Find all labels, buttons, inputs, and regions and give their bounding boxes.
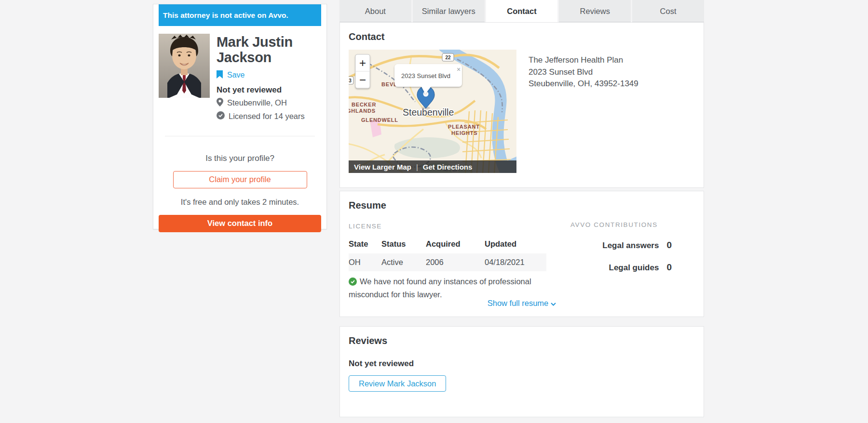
inactive-banner-text: This attorney is not active on Avvo. <box>163 11 288 20</box>
tab-contact[interactable]: Contact <box>486 0 558 22</box>
office-address: The Jefferson Health Plan 2023 Sunset Bl… <box>529 54 638 90</box>
bookmark-icon <box>217 70 223 80</box>
map-label-glendwell: GLENDWELL <box>361 117 398 123</box>
view-contact-info-button[interactable]: View contact info <box>159 215 321 232</box>
legal-answers-row: Legal answers 0 <box>570 240 682 251</box>
license-status: Active <box>381 253 426 271</box>
map-canvas: 22 3 BEVERLY HILLS BECKER GHLANDS GLENDW… <box>349 50 516 173</box>
avvo-contributions: AVVO CONTRIBUTIONS Legal answers 0 Legal… <box>570 221 682 273</box>
view-larger-map-link[interactable]: View Larger Map <box>354 163 411 171</box>
profile-summary: Mark Justin Jackson Save Not yet reviewe… <box>153 26 326 121</box>
show-full-resume-link[interactable]: Show full resume <box>340 299 704 308</box>
licensed-text: Licensed for 14 years <box>229 112 305 121</box>
map-footer-separator: | <box>416 163 418 171</box>
card-divider <box>165 136 315 136</box>
map-label-becker: BECKER <box>352 102 376 107</box>
reviews-section: Reviews Not yet reviewed Review Mark Jac… <box>339 326 704 417</box>
licensed-row: Licensed for 14 years <box>217 111 315 121</box>
svg-text:22: 22 <box>445 55 451 60</box>
legal-guides-label: Legal guides <box>609 263 659 273</box>
claim-note: It's free and only takes 2 minutes. <box>153 198 326 207</box>
review-attorney-button[interactable]: Review Mark Jackson <box>349 375 446 392</box>
map-footer: View Larger Map | Get Directions <box>349 160 516 173</box>
profile-tabs: About Similar lawyers Contact Reviews Co… <box>339 0 704 22</box>
attorney-name: Mark Justin Jackson <box>217 35 315 66</box>
license-table: State Status Acquired Updated OH Active … <box>349 236 546 271</box>
map-label-pleasant: PLEASANT <box>448 124 480 130</box>
map-label-ghlands: GHLANDS <box>349 108 376 114</box>
map[interactable]: 22 3 BEVERLY HILLS BECKER GHLANDS GLENDW… <box>349 50 516 173</box>
attorney-summary-info: Mark Justin Jackson Save Not yet reviewe… <box>217 34 315 121</box>
license-row: OH Active 2006 04/18/2021 <box>349 253 546 271</box>
license-acquired: 2006 <box>426 253 485 271</box>
get-directions-link[interactable]: Get Directions <box>423 163 473 171</box>
legal-answers-label: Legal answers <box>602 241 659 251</box>
route-shield-3: 3 <box>349 77 353 84</box>
misconduct-text: We have not found any instances of profe… <box>349 277 531 299</box>
location-row: Steubenville, OH <box>217 98 315 108</box>
reviews-status: Not yet reviewed <box>349 359 704 369</box>
location-pin-icon <box>217 98 223 108</box>
inactive-banner: This attorney is not active on Avvo. <box>159 4 321 26</box>
license-col-updated: Updated <box>485 236 546 253</box>
main-column: About Similar lawyers Contact Reviews Co… <box>339 0 704 417</box>
claim-prompt: Is this your profile? <box>153 154 326 163</box>
chevron-down-icon <box>551 303 556 306</box>
green-check-icon <box>349 278 357 289</box>
save-label: Save <box>227 71 244 79</box>
contributions-heading: AVVO CONTRIBUTIONS <box>570 221 682 228</box>
reviews-heading: Reviews <box>340 327 704 346</box>
license-state: OH <box>349 253 381 271</box>
tab-cost[interactable]: Cost <box>632 0 704 22</box>
license-col-acquired: Acquired <box>426 236 485 253</box>
attorney-photo <box>159 34 210 98</box>
tab-about[interactable]: About <box>339 0 411 22</box>
claim-profile-button[interactable]: Claim your profile <box>173 171 307 188</box>
svg-text:3: 3 <box>349 78 352 83</box>
map-label-heights: HEIGHTS <box>451 130 478 136</box>
attorney-profile-card: This attorney is not active on Avvo. <box>153 4 327 229</box>
license-col-state: State <box>349 236 381 253</box>
route-shield-22: 22 <box>442 53 454 61</box>
legal-guides-count: 0 <box>666 262 672 273</box>
zoom-out-button[interactable]: − <box>359 73 366 86</box>
address-line-2: 2023 Sunset Blvd <box>529 66 638 79</box>
contact-section: Contact <box>339 22 704 188</box>
tab-reviews[interactable]: Reviews <box>559 0 631 22</box>
license-col-status: Status <box>381 236 426 253</box>
location-text: Steubenville, OH <box>227 98 287 107</box>
show-full-resume-label: Show full resume <box>488 299 549 307</box>
resume-section: Resume LICENSE State Status Acquired Upd… <box>339 191 704 317</box>
contact-heading: Contact <box>340 23 704 42</box>
check-circle-icon <box>217 111 225 121</box>
resume-heading: Resume <box>340 191 704 211</box>
tab-similar-lawyers[interactable]: Similar lawyers <box>413 0 485 22</box>
save-button[interactable]: Save <box>217 70 315 80</box>
review-status: Not yet reviewed <box>217 85 315 95</box>
legal-guides-row: Legal guides 0 <box>570 262 682 273</box>
address-line-1: The Jefferson Health Plan <box>529 54 638 66</box>
address-line-3: Steubenville, OH, 43952-1349 <box>529 78 638 90</box>
legal-answers-count: 0 <box>666 240 672 251</box>
license-updated: 04/18/2021 <box>485 253 546 271</box>
popup-close-icon[interactable]: × <box>457 66 461 73</box>
misconduct-note: We have not found any instances of profe… <box>349 276 567 301</box>
zoom-in-button[interactable]: + <box>359 56 366 69</box>
map-popup-label: 2023 Sunset Blvd <box>401 72 450 79</box>
